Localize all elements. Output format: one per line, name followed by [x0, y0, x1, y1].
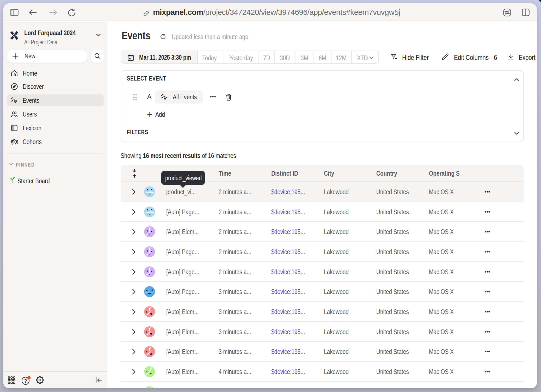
svg-text:?: ? [24, 378, 27, 384]
